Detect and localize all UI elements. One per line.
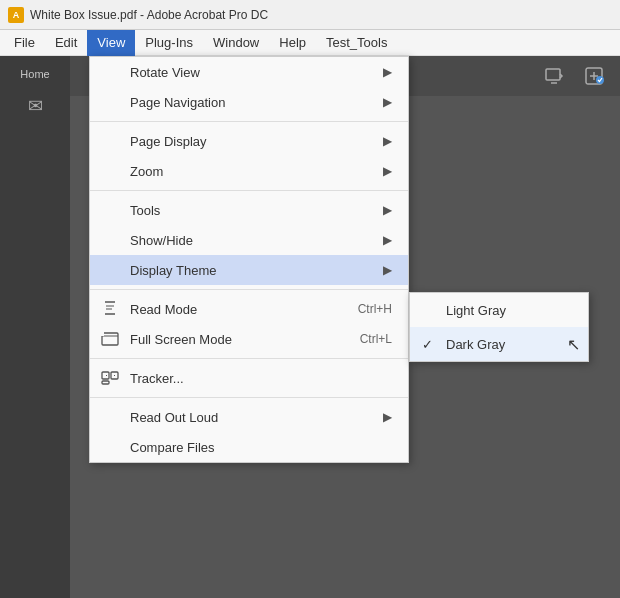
app-icon: A xyxy=(8,7,24,23)
arrow-icon: ▶ xyxy=(383,233,392,247)
svg-rect-6 xyxy=(102,333,118,345)
menu-window[interactable]: Window xyxy=(203,30,269,56)
menu-file[interactable]: File xyxy=(4,30,45,56)
menu-read-mode[interactable]: Read Mode Ctrl+H xyxy=(90,294,408,324)
menu-tracker[interactable]: Tracker... xyxy=(90,363,408,393)
display-theme-submenu: Light Gray ✓ Dark Gray ↖ xyxy=(409,292,589,362)
svg-rect-4 xyxy=(101,301,105,317)
arrow-icon: ▶ xyxy=(383,263,392,277)
arrow-icon: ▶ xyxy=(383,410,392,424)
menu-page-navigation[interactable]: Page Navigation ▶ xyxy=(90,87,408,117)
shortcut-label: Ctrl+H xyxy=(358,302,392,316)
mail-icon[interactable]: ✉ xyxy=(17,88,53,124)
menu-bar: File Edit View Plug-Ins Window Help Test… xyxy=(0,30,620,56)
svg-rect-5 xyxy=(115,301,119,317)
menu-display-theme[interactable]: Display Theme ▶ xyxy=(90,255,408,285)
sidebar: Home ✉ xyxy=(0,56,70,598)
svg-rect-7 xyxy=(101,331,104,336)
menu-help[interactable]: Help xyxy=(269,30,316,56)
divider-2 xyxy=(90,190,408,191)
arrow-icon: ▶ xyxy=(383,95,392,109)
title-bar: A White Box Issue.pdf - Adobe Acrobat Pr… xyxy=(0,0,620,30)
read-mode-icon xyxy=(100,299,120,319)
menu-rotate-view[interactable]: Rotate View ▶ xyxy=(90,57,408,87)
divider-3 xyxy=(90,289,408,290)
divider-5 xyxy=(90,397,408,398)
shortcut-label: Ctrl+L xyxy=(360,332,392,346)
arrow-icon: ▶ xyxy=(383,203,392,217)
menu-zoom[interactable]: Zoom ▶ xyxy=(90,156,408,186)
svg-rect-8 xyxy=(102,372,109,379)
menu-page-display[interactable]: Page Display ▶ xyxy=(90,126,408,156)
menu-tools[interactable]: Tools ▶ xyxy=(90,195,408,225)
arrow-icon: ▶ xyxy=(383,134,392,148)
menu-show-hide[interactable]: Show/Hide ▶ xyxy=(90,225,408,255)
svg-rect-0 xyxy=(546,69,560,80)
svg-rect-10 xyxy=(102,381,109,384)
divider-1 xyxy=(90,121,408,122)
checkmark-icon: ✓ xyxy=(422,337,433,352)
view-dropdown-menu: Rotate View ▶ Page Navigation ▶ Page Dis… xyxy=(89,56,409,463)
submenu-dark-gray[interactable]: ✓ Dark Gray ↖ xyxy=(410,327,588,361)
home-label[interactable]: Home xyxy=(20,68,49,80)
arrow-icon: ▶ xyxy=(383,65,392,79)
menu-read-out-loud[interactable]: Read Out Loud ▶ xyxy=(90,402,408,432)
menu-view[interactable]: View xyxy=(87,30,135,56)
toolbar-button-1[interactable] xyxy=(538,60,570,92)
menu-plugins[interactable]: Plug-Ins xyxy=(135,30,203,56)
menu-testtools[interactable]: Test_Tools xyxy=(316,30,397,56)
arrow-icon: ▶ xyxy=(383,164,392,178)
menu-compare-files[interactable]: Compare Files xyxy=(90,432,408,462)
menu-edit[interactable]: Edit xyxy=(45,30,87,56)
cursor-icon: ↖ xyxy=(567,335,580,354)
tracker-icon xyxy=(100,368,120,388)
divider-4 xyxy=(90,358,408,359)
menu-full-screen[interactable]: Full Screen Mode Ctrl+L xyxy=(90,324,408,354)
full-screen-icon xyxy=(100,329,120,349)
submenu-light-gray[interactable]: Light Gray xyxy=(410,293,588,327)
window-title: White Box Issue.pdf - Adobe Acrobat Pro … xyxy=(30,8,268,22)
toolbar-button-2[interactable] xyxy=(578,60,610,92)
